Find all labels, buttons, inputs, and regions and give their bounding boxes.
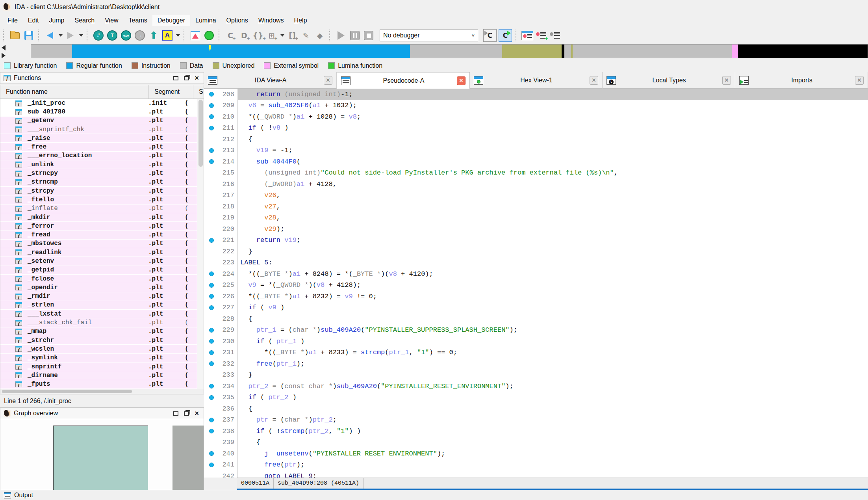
code-text[interactable]: (_DWORD)a1 + 4128, <box>238 178 868 190</box>
navigate-back-button[interactable] <box>44 30 56 41</box>
code-line-237[interactable]: 237 ptr = (char *)ptr_2; <box>204 414 868 426</box>
navband-segment[interactable] <box>72 45 410 58</box>
breakpoint-dot-icon[interactable] <box>209 148 214 153</box>
code-line-227[interactable]: 227 if ( v9 ) <box>204 302 868 314</box>
breakpoint-dot-icon[interactable] <box>209 395 214 400</box>
breakpoint-gutter[interactable] <box>204 246 219 257</box>
breakpoint-gutter[interactable] <box>204 257 219 269</box>
function-row[interactable]: f_inflate.plt( <box>0 204 204 213</box>
code-text[interactable]: } <box>238 246 868 257</box>
menu-item-help[interactable]: Help <box>289 15 312 26</box>
menu-item-edit[interactable]: Edit <box>23 15 44 26</box>
breakpoint-gutter[interactable] <box>204 370 219 381</box>
tab-close-icon[interactable]: ✕ <box>324 76 332 85</box>
breakpoint-dot-icon[interactable] <box>209 159 214 164</box>
code-text[interactable]: v28, <box>238 212 868 224</box>
navigation-band[interactable] <box>31 44 868 58</box>
breakpoint-gutter[interactable] <box>204 291 219 302</box>
code-line-229[interactable]: 229 ptr_1 = (char *)sub_409A20("PYINSTAL… <box>204 325 868 336</box>
menu-item-jump[interactable]: Jump <box>44 15 69 26</box>
breakpoint-dot-icon[interactable] <box>209 361 214 366</box>
breakpoint-gutter[interactable] <box>204 223 219 235</box>
restore-icon[interactable] <box>184 411 189 416</box>
function-row[interactable]: f_setenv.plt( <box>0 257 204 266</box>
navband-segment[interactable] <box>564 45 571 58</box>
breakpoint-gutter[interactable] <box>204 302 219 314</box>
function-row[interactable]: f_free.plt( <box>0 143 204 151</box>
code-line-219[interactable]: 219 v28, <box>204 212 868 224</box>
breakpoint-dot-icon[interactable] <box>209 114 214 119</box>
make-array-button[interactable]: ⊞+ <box>266 30 278 41</box>
pseudocode-view[interactable]: 208 return (unsigned int)-1;209 v8 = sub… <box>204 89 868 478</box>
toolbar-drag-handle[interactable] <box>219 30 221 41</box>
code-line-210[interactable]: 210 *((_QWORD *)a1 + 1028) = v8; <box>204 111 868 123</box>
code-text[interactable]: ptr_2 = (const char *)sub_409A20("PYINST… <box>238 381 868 392</box>
function-row[interactable]: f_dirname.plt( <box>0 371 204 380</box>
function-row[interactable]: f_strcpy.plt( <box>0 187 204 195</box>
column-segment[interactable]: Segment <box>149 85 193 99</box>
tab-pseudocode-a[interactable]: Pseudocode-A✕ <box>337 72 470 89</box>
code-text[interactable]: if ( ptr_2 ) <box>238 392 868 403</box>
navband-segment[interactable] <box>738 45 868 58</box>
function-row[interactable]: f___snprintf_chk.plt( <box>0 125 204 134</box>
function-row[interactable]: f_snprintf.plt( <box>0 362 204 371</box>
function-row[interactable]: fsub_401780.plt( <box>0 108 204 116</box>
function-row[interactable]: f_init_proc.init( <box>0 99 204 108</box>
breakpoint-gutter[interactable] <box>204 100 219 112</box>
debugger-select[interactable]: No debugger ˅ <box>380 30 478 41</box>
function-row[interactable]: f_strncpy.plt( <box>0 169 204 178</box>
breakpoint-gutter[interactable] <box>204 414 219 426</box>
restore-icon[interactable] <box>184 76 189 80</box>
start-process-button[interactable]: C <box>499 29 512 42</box>
breakpoint-gutter[interactable] <box>204 156 219 167</box>
code-text[interactable]: sub_4044F0( <box>238 156 868 167</box>
code-text[interactable]: *((_QWORD *)a1 + 1028) = v8; <box>238 111 868 123</box>
breakpoint-gutter[interactable] <box>204 459 219 471</box>
breakpoint-gutter[interactable] <box>204 123 219 134</box>
tab-ida-view-a[interactable]: IDA View-A✕ <box>204 72 337 89</box>
code-line-224[interactable]: 224 *((_BYTE *)a1 + 8248) = *(_BYTE *)(v… <box>204 268 868 280</box>
function-row[interactable]: f_fread.plt( <box>0 230 204 239</box>
code-line-238[interactable]: 238 if ( !strcmp(ptr_2, "1") ) <box>204 426 868 437</box>
toolbar-drag-handle[interactable] <box>184 30 186 41</box>
breakpoint-gutter[interactable] <box>204 358 219 370</box>
code-text[interactable]: if ( v9 ) <box>238 302 868 314</box>
code-text[interactable]: if ( ptr_1 ) <box>238 336 868 347</box>
code-text[interactable]: { <box>238 403 868 414</box>
breakpoint-gutter[interactable] <box>204 111 219 123</box>
close-icon[interactable]: × <box>195 411 199 416</box>
add-breakpoint-button[interactable]: + <box>535 30 547 41</box>
functions-horizontal-scrollbar[interactable] <box>0 389 204 394</box>
function-row[interactable]: f_strchr.plt( <box>0 336 204 345</box>
code-line-240[interactable]: 240 j__unsetenv("PYINSTALLER_RESET_ENVIR… <box>204 448 868 459</box>
open-file-button[interactable] <box>9 30 21 41</box>
breakpoint-dot-icon[interactable] <box>209 451 214 456</box>
toolbar-drag-handle[interactable] <box>3 30 6 41</box>
code-line-217[interactable]: 217 v26, <box>204 190 868 201</box>
code-line-234[interactable]: 234 ptr_2 = (const char *)sub_409A20("PY… <box>204 381 868 392</box>
code-line-235[interactable]: 235 if ( ptr_2 ) <box>204 392 868 403</box>
tab-imports[interactable]: Imports✕ <box>735 72 868 89</box>
breakpoint-dot-icon[interactable] <box>209 429 214 433</box>
maximize-icon[interactable] <box>173 411 178 416</box>
maximize-icon[interactable] <box>173 76 178 80</box>
function-row[interactable]: f_mbstowcs.plt( <box>0 240 204 248</box>
breakpoint-dot-icon[interactable] <box>209 103 214 108</box>
code-text[interactable]: if ( !strcmp(ptr_2, "1") ) <box>238 426 868 437</box>
breakpoint-dot-icon[interactable] <box>209 463 214 467</box>
menu-item-options[interactable]: Options <box>221 15 253 26</box>
code-line-209[interactable]: 209 v8 = sub_4025F0(a1 + 1032); <box>204 100 868 112</box>
breakpoint-gutter[interactable] <box>204 347 219 359</box>
code-text[interactable]: v26, <box>238 190 868 201</box>
function-row[interactable]: f_readlink.plt( <box>0 248 204 257</box>
navband-segment[interactable] <box>31 45 72 58</box>
function-row[interactable]: f_unlink.plt( <box>0 160 204 169</box>
breakpoint-dot-icon[interactable] <box>209 92 214 97</box>
breakpoint-gutter[interactable] <box>204 235 219 246</box>
breakpoint-gutter[interactable] <box>204 178 219 190</box>
code-text[interactable]: return v19; <box>238 235 868 246</box>
code-text[interactable]: LABEL_5: <box>238 257 868 269</box>
functions-list[interactable]: f_init_proc.init(fsub_401780.plt(f_geten… <box>0 99 204 389</box>
breakpoint-gutter[interactable] <box>204 325 219 336</box>
navigate-forward-button[interactable] <box>65 30 76 41</box>
